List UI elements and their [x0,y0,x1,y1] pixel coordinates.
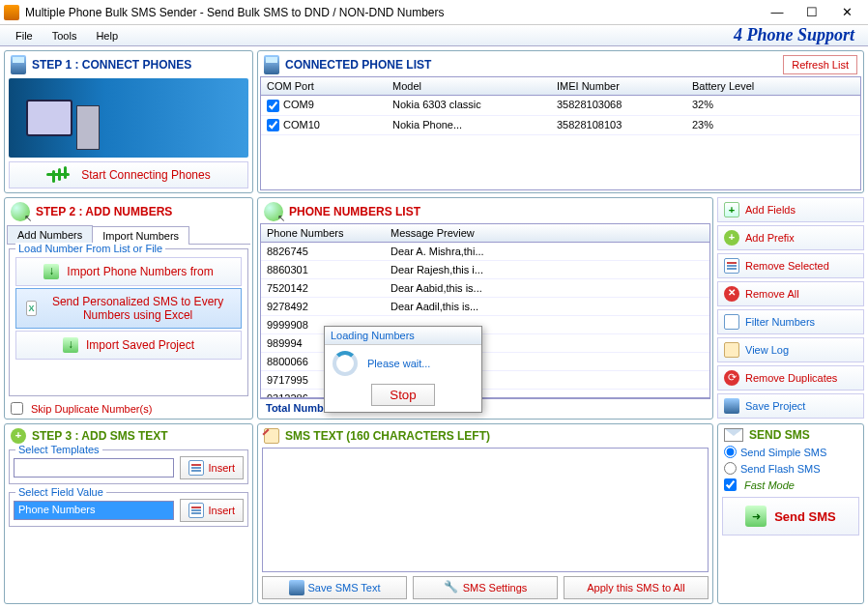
insert-template-button[interactable]: Insert [180,456,244,479]
apply-sms-label: Apply this SMS to All [587,582,685,594]
skip-duplicate-label: Skip Duplicate Number(s) [31,403,152,415]
connected-row[interactable]: COM10 Nokia Phone... 35828108103 23% [261,116,860,136]
insert-label: Insert [208,505,235,516]
th-port[interactable]: COM Port [261,77,387,95]
plus-icon [11,428,26,444]
import-excel-button[interactable]: Send Personalized SMS to Every Numbers u… [15,288,242,329]
send-simple-radio[interactable] [724,446,737,458]
connected-table-header: COM Port Model IMEI Number Battery Level [261,77,860,96]
filter-icon [724,314,739,330]
cell-model: Nokia Phone... [387,116,551,135]
send-sms-button[interactable]: Send SMS [722,497,859,536]
remove-selected-button[interactable]: Remove Selected [717,253,864,278]
number-row[interactable]: 9278492Dear Aadil,this is... [261,298,709,316]
insert-field-button[interactable]: Insert [180,499,244,522]
th-batt[interactable]: Battery Level [686,77,783,95]
save-icon [289,580,304,595]
port-checkbox[interactable] [267,119,279,131]
plus-icon [724,230,739,246]
send-title: SEND SMS [749,428,810,442]
cell-imei: 35828103068 [551,96,686,115]
filter-label: Filter Numbers [745,316,815,328]
usb-icon [46,168,73,182]
connected-phone-panel: CONNECTED PHONE LIST Refresh List COM Po… [257,50,864,193]
remove-dup-label: Remove Duplicates [745,372,837,384]
cell-number: 9278492 [261,298,385,315]
import-phone-label: Import Phone Numbers from [67,265,213,278]
menu-help[interactable]: Help [86,28,128,43]
minimize-button[interactable]: — [760,0,795,24]
add-fields-button[interactable]: Add Fields [717,197,864,222]
list-remove-icon [724,258,739,274]
close-button[interactable]: ✕ [829,0,864,24]
save-project-label: Save Project [745,400,805,412]
smstext-panel: SMS TEXT (160 CHARACTERS LEFT) Save SMS … [257,423,713,604]
sms-settings-label: SMS Settings [463,582,528,594]
phone-icon [264,55,279,74]
spinner-icon [333,351,358,376]
th-number[interactable]: Phone Numbers [261,224,385,242]
start-connect-button[interactable]: Start Connecting Phones [9,161,248,188]
th-model[interactable]: Model [387,77,551,95]
number-row[interactable]: 8860301Dear Rajesh,this i... [261,261,709,279]
send-flash-radio[interactable] [724,462,737,475]
menu-file[interactable]: File [6,28,43,43]
insert-icon [188,460,204,476]
cell-batt: 23% [686,116,783,135]
remove-all-button[interactable]: Remove All [717,281,864,306]
phone-icon [11,55,26,74]
add-prefix-label: Add Prefix [745,232,795,244]
refresh-list-button[interactable]: Refresh List [783,55,857,74]
menu-tools[interactable]: Tools [43,28,87,43]
number-row[interactable]: 8826745Dear A. Mishra,thi... [261,243,709,261]
tab-add-numbers[interactable]: Add Numbers [7,225,93,244]
send-flash-row[interactable]: Send Flash SMS [720,460,861,477]
wrench-icon [444,580,459,595]
number-row[interactable]: 7520142Dear Aabid,this is... [261,279,709,298]
add-fields-label: Add Fields [745,204,796,216]
cell-imei: 35828108103 [551,116,686,135]
view-log-label: View Log [745,344,789,356]
th-message[interactable]: Message Preview [385,224,709,242]
send-simple-row[interactable]: Send Simple SMS [720,444,861,460]
template-select[interactable] [14,458,174,478]
remove-icon [724,286,739,302]
remove-duplicates-button[interactable]: Remove Duplicates [717,365,864,391]
cell-message: Dear A. Mishra,thi... [385,243,709,260]
click-icon [264,202,283,221]
templates-label: Select Templates [15,444,102,455]
click-icon [11,202,30,221]
sms-settings-button[interactable]: SMS Settings [413,576,558,599]
apply-sms-button[interactable]: Apply this SMS to All [564,576,709,599]
save-project-button[interactable]: Save Project [717,393,864,419]
import-phone-button[interactable]: Import Phone Numbers from [15,257,242,286]
numbers-table-header: Phone Numbers Message Preview [261,224,709,243]
filter-numbers-button[interactable]: Filter Numbers [717,309,864,334]
cell-number: 7520142 [261,279,385,297]
save-sms-button[interactable]: Save SMS Text [262,576,407,599]
start-connect-label: Start Connecting Phones [81,168,210,182]
step1-title: STEP 1 : CONNECT PHONES [32,58,191,72]
maximize-button[interactable]: ☐ [795,0,829,24]
th-imei[interactable]: IMEI Number [551,77,686,95]
insert-icon [188,503,204,518]
step1-panel: STEP 1 : CONNECT PHONES Start Connecting… [4,50,253,193]
save-icon [724,398,739,414]
step3-title: STEP 3 : ADD SMS TEXT [32,429,168,443]
fast-mode-row[interactable]: Fast Mode [720,477,861,493]
skip-duplicate-checkbox[interactable] [11,402,23,415]
field-value-select[interactable]: Phone Numbers [14,501,174,520]
fast-mode-label: Fast Mode [744,479,795,491]
cell-port: COM9 [283,99,314,110]
sms-text-input[interactable] [262,448,709,572]
fast-mode-checkbox[interactable] [724,478,737,491]
add-prefix-button[interactable]: Add Prefix [717,225,864,250]
send-flash-label: Send Flash SMS [740,463,821,475]
import-excel-label: Send Personalized SMS to Every Numbers u… [44,295,231,322]
connected-row[interactable]: COM9 Nokia 6303 classic 35828103068 32% [261,96,860,116]
port-checkbox[interactable] [267,100,279,112]
modal-stop-button[interactable]: Stop [371,384,434,406]
view-log-button[interactable]: View Log [717,337,864,362]
send-arrow-icon [745,506,767,527]
import-saved-button[interactable]: Import Saved Project [15,331,242,360]
